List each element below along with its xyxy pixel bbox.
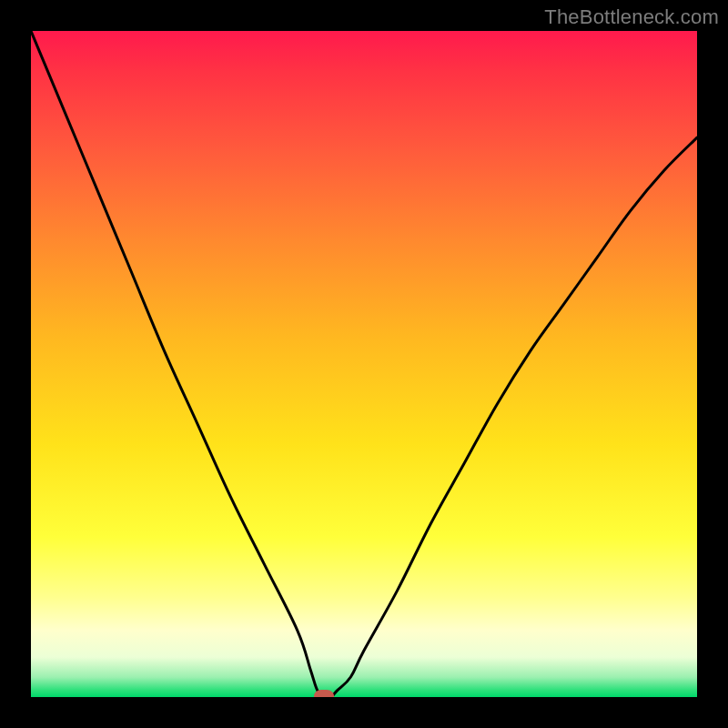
- watermark-text: TheBottleneck.com: [544, 5, 719, 29]
- chart-frame: TheBottleneck.com: [0, 0, 728, 728]
- optimal-marker: [314, 690, 334, 697]
- plot-area: [31, 31, 697, 697]
- bottleneck-curve: [31, 31, 697, 697]
